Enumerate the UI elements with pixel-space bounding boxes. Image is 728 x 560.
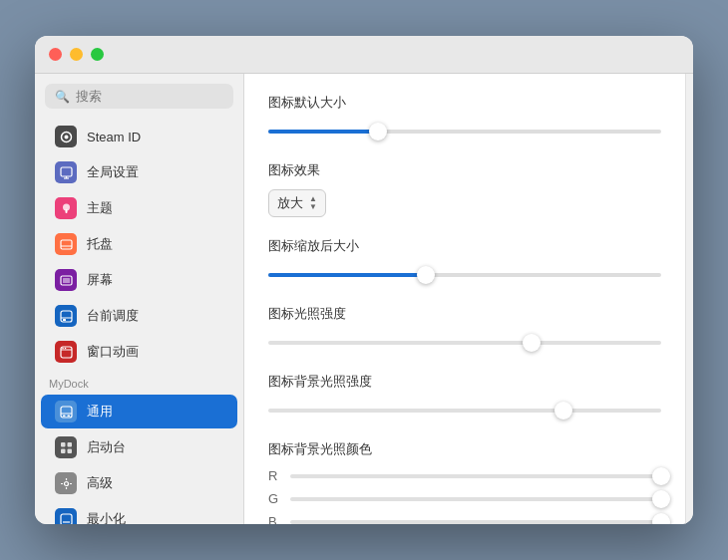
dropdown-arrows: ▲ ▼ <box>309 195 317 211</box>
slider-track <box>268 130 661 134</box>
icon-scale-slider[interactable] <box>268 265 661 285</box>
sidebar-item-label: 最小化 <box>87 510 126 524</box>
theme-icon <box>55 197 77 219</box>
slider-fill <box>268 130 378 134</box>
icon-size-label: 图标默认大小 <box>268 94 661 112</box>
sidebar-item-steam-id[interactable]: Steam ID <box>41 120 237 153</box>
icon-size-slider[interactable] <box>268 122 661 141</box>
sidebar-item-screen[interactable]: 屏幕 <box>41 263 237 297</box>
sidebar-item-dock-adjust[interactable]: 台前调度 <box>41 299 237 333</box>
global-icon <box>55 161 77 183</box>
slider-fill <box>268 273 426 277</box>
svg-rect-18 <box>61 407 72 418</box>
rgb-g-thumb[interactable] <box>652 490 670 508</box>
icon-glow-setting: 图标光照强度 <box>268 305 661 353</box>
main-panel: 图标默认大小 图标效果 放大 <box>244 74 685 524</box>
sidebar-item-general[interactable]: 通用 <box>41 395 237 428</box>
sidebar-item-tray[interactable]: 托盘 <box>41 227 237 261</box>
svg-rect-24 <box>61 448 66 453</box>
icon-size-setting: 图标默认大小 <box>268 94 661 141</box>
rgb-g-row: G <box>268 491 661 506</box>
svg-rect-25 <box>67 448 72 453</box>
icon-glow-label: 图标光照强度 <box>268 305 661 323</box>
slider-thumb[interactable] <box>369 123 387 140</box>
svg-rect-10 <box>63 278 70 283</box>
rgb-r-slider[interactable] <box>290 474 661 478</box>
icon-scale-label: 图标缩放后大小 <box>268 237 661 255</box>
slider-line <box>268 341 661 345</box>
rgb-b-row: B <box>268 514 661 524</box>
icon-bg-glow-label: 图标背景光照强度 <box>268 373 661 391</box>
rgb-g-slider[interactable] <box>290 497 661 501</box>
steam-id-icon <box>55 126 77 147</box>
svg-rect-23 <box>67 442 72 447</box>
slider-thumb[interactable] <box>554 402 572 420</box>
dropdown-value: 放大 <box>277 194 303 212</box>
slider-track <box>268 273 661 277</box>
tray-icon <box>55 233 77 255</box>
main-panel-wrapper: 图标默认大小 图标效果 放大 <box>244 74 693 524</box>
general-icon <box>55 401 77 422</box>
minimize-icon <box>55 508 77 524</box>
svg-point-17 <box>64 347 66 349</box>
slider-thumb[interactable] <box>523 334 541 352</box>
rgb-r-label: R <box>268 468 280 483</box>
icon-glow-slider[interactable] <box>268 333 661 353</box>
sidebar-item-label: 台前调度 <box>87 307 139 325</box>
search-icon: 🔍 <box>55 90 70 104</box>
svg-rect-21 <box>67 415 70 417</box>
svg-rect-13 <box>63 319 66 321</box>
main-window: 🔍 Steam ID <box>35 36 693 524</box>
sidebar-item-label: 全局设置 <box>87 163 139 181</box>
rgb-r-thumb[interactable] <box>652 467 670 485</box>
sidebar-item-advanced[interactable]: 高级 <box>41 466 237 500</box>
sidebar-item-launchpad[interactable]: 启动台 <box>41 430 237 464</box>
rgb-g-label: G <box>268 491 280 506</box>
svg-point-1 <box>64 135 68 139</box>
sidebar-item-label: 屏幕 <box>87 271 113 289</box>
section-label: MyDock <box>35 370 243 394</box>
sidebar: 🔍 Steam ID <box>35 74 244 524</box>
dropdown-row: 放大 ▲ ▼ <box>268 189 661 217</box>
rgb-b-thumb[interactable] <box>652 513 670 525</box>
sidebar-item-label: 通用 <box>87 403 113 420</box>
rgb-b-label: B <box>268 514 280 524</box>
svg-rect-2 <box>61 167 72 176</box>
rgb-r-row: R <box>268 468 661 483</box>
svg-rect-11 <box>61 311 72 322</box>
titlebar <box>35 36 693 74</box>
slider-line <box>268 409 661 413</box>
launchpad-icon <box>55 436 77 458</box>
window-anim-icon <box>55 341 77 363</box>
icon-bg-color-label: 图标背景光照颜色 <box>268 440 661 458</box>
svg-rect-31 <box>61 514 72 525</box>
search-input[interactable] <box>76 89 223 104</box>
screen-icon <box>55 269 77 291</box>
scrollbar[interactable] <box>685 74 693 524</box>
svg-point-26 <box>64 481 68 485</box>
svg-rect-20 <box>63 415 66 417</box>
minimize-button[interactable] <box>70 48 83 61</box>
sidebar-item-label: 窗口动画 <box>87 343 139 361</box>
sidebar-item-theme[interactable]: 主题 <box>41 191 237 225</box>
advanced-icon <box>55 472 77 494</box>
slider-thumb[interactable] <box>417 266 435 284</box>
sidebar-item-label: 主题 <box>87 199 113 217</box>
icon-scale-setting: 图标缩放后大小 <box>268 237 661 285</box>
sidebar-item-window-anim[interactable]: 窗口动画 <box>41 335 237 369</box>
close-button[interactable] <box>49 48 62 61</box>
sidebar-item-label: Steam ID <box>87 130 141 144</box>
svg-rect-6 <box>65 209 67 213</box>
icon-bg-glow-setting: 图标背景光照强度 <box>268 373 661 420</box>
search-box[interactable]: 🔍 <box>45 84 233 109</box>
content-area: 🔍 Steam ID <box>35 74 693 524</box>
sidebar-item-global[interactable]: 全局设置 <box>41 155 237 189</box>
sidebar-item-label: 启动台 <box>87 438 126 456</box>
sidebar-item-minimize[interactable]: 最小化 <box>41 502 237 524</box>
effect-dropdown[interactable]: 放大 ▲ ▼ <box>268 189 326 217</box>
svg-rect-7 <box>61 240 72 249</box>
icon-bg-color-setting: 图标背景光照颜色 R G B <box>268 440 661 524</box>
maximize-button[interactable] <box>91 48 104 61</box>
icon-bg-glow-slider[interactable] <box>268 401 661 420</box>
rgb-b-slider[interactable] <box>290 520 661 524</box>
